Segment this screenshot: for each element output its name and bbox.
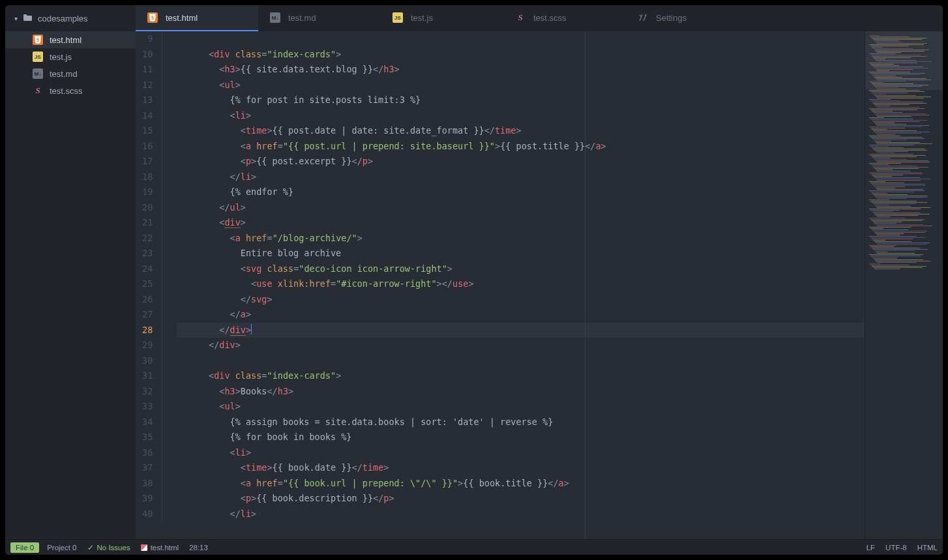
tab-Settings[interactable]: Settings	[626, 5, 748, 31]
minimap[interactable]	[865, 31, 943, 539]
top-bar: ▾ codesamples 5test.htmlM↓test.mdJStest.…	[5, 5, 943, 31]
code-line-24[interactable]: <svg class="deco-icon icon-arrow-right">	[177, 261, 865, 277]
tab-label: Settings	[656, 13, 687, 23]
code-line-17[interactable]: <p>{{ post.excerpt }}</p>	[177, 154, 865, 169]
body: 5test.htmlJStest.jsM↓test.mdStest.scss 9…	[5, 31, 943, 539]
status-eol[interactable]: LF	[861, 544, 880, 552]
md-icon: M↓	[270, 12, 280, 23]
tree-item-label: test.scss	[50, 86, 83, 96]
tree-item-label: test.md	[50, 69, 78, 79]
code-line-18[interactable]: </li>	[177, 169, 865, 185]
tab-test-js[interactable]: JStest.js	[381, 5, 503, 31]
svg-text:5: 5	[37, 38, 39, 42]
code-line-38[interactable]: <a href="{{ book.url | prepend: \"/\" }}…	[177, 476, 865, 492]
tree-root-label: codesamples	[38, 14, 88, 23]
js-icon: JS	[393, 12, 403, 23]
scss-icon: S	[33, 85, 43, 96]
code-line-26[interactable]: </svg>	[177, 292, 865, 308]
md-icon: M↓	[33, 68, 43, 79]
code-line-35[interactable]: {% for book in books %}	[177, 430, 865, 445]
tree-item-label: test.html	[50, 35, 81, 45]
code-line-22[interactable]: <a href="/blog-archive/">	[177, 231, 865, 246]
tree-item-test-js[interactable]: JStest.js	[5, 48, 136, 65]
code-line-12[interactable]: <ul>	[177, 78, 865, 93]
code-line-10[interactable]: <div class="index-cards">	[177, 47, 865, 63]
status-file-badge[interactable]: File 0	[10, 542, 39, 553]
status-lang[interactable]: HTML	[912, 544, 943, 552]
tab-test-scss[interactable]: Stest.scss	[503, 5, 626, 31]
code-line-37[interactable]: <time>{{ book.date }}</time>	[177, 460, 865, 476]
code-line-28[interactable]: </div>	[177, 323, 865, 338]
status-issues[interactable]: ✓ No Issues	[82, 543, 136, 552]
status-project[interactable]: Project 0	[42, 544, 81, 552]
editor[interactable]: 9101112131415161718192021222324252627282…	[136, 31, 943, 539]
code-line-27[interactable]: </a>	[177, 307, 865, 323]
scss-icon: S	[515, 12, 526, 23]
code-line-23[interactable]: Entire blog archive	[177, 246, 865, 261]
code-line-33[interactable]: <ul>	[177, 399, 865, 415]
tree-item-test-html[interactable]: 5test.html	[5, 31, 136, 48]
html-icon: 5	[147, 12, 158, 23]
tab-bar: 5test.htmlM↓test.mdJStest.jsStest.scssSe…	[136, 5, 943, 31]
tab-label: test.js	[411, 13, 433, 23]
svg-text:5: 5	[151, 16, 154, 20]
js-icon: JS	[33, 52, 43, 62]
code-line-16[interactable]: <a href="{{ post.url | prepend: site.bas…	[177, 139, 865, 155]
line-gutter: 9101112131415161718192021222324252627282…	[136, 31, 162, 539]
code-line-21[interactable]: <div>	[177, 215, 865, 231]
code-line-15[interactable]: <time>{{ post.date | date: site.date_for…	[177, 123, 865, 139]
code-line-14[interactable]: <li>	[177, 108, 865, 124]
check-icon: ✓	[87, 543, 94, 552]
chevron-down-icon: ▾	[14, 15, 18, 22]
tab-label: test.md	[288, 13, 316, 23]
code-line-39[interactable]: <p>{{ book.description }}</p>	[177, 491, 865, 507]
status-grammar[interactable]: test.html	[136, 544, 184, 552]
code-line-11[interactable]: <h3>{{ site.data.text.blog }}</h3>	[177, 62, 865, 78]
code-line-30[interactable]	[177, 353, 865, 369]
code-line-9[interactable]	[177, 31, 865, 47]
html-icon: 5	[33, 35, 43, 45]
code-line-40[interactable]: </li>	[177, 507, 865, 522]
status-encoding[interactable]: UTF-8	[880, 544, 912, 552]
status-cursor[interactable]: 28:13	[184, 544, 213, 552]
tree-item-label: test.js	[50, 52, 72, 62]
settings-icon	[638, 12, 648, 23]
tree-item-test-scss[interactable]: Stest.scss	[5, 82, 136, 99]
file-tree[interactable]: 5test.htmlJStest.jsM↓test.mdStest.scss	[5, 31, 136, 539]
code-line-32[interactable]: <h3>Books</h3>	[177, 384, 865, 400]
folder-icon	[23, 14, 33, 23]
tab-test-md[interactable]: M↓test.md	[258, 5, 381, 31]
code-line-25[interactable]: <use xlink:href="#icon-arrow-right"></us…	[177, 276, 865, 292]
code-line-36[interactable]: <li>	[177, 445, 865, 461]
code-line-29[interactable]: </div>	[177, 338, 865, 353]
grammar-icon	[141, 544, 147, 551]
tab-label: test.html	[166, 13, 198, 23]
code-line-19[interactable]: {% endfor %}	[177, 184, 865, 200]
tab-test-html[interactable]: 5test.html	[136, 5, 258, 31]
status-bar: File 0 Project 0 ✓ No Issues test.html 2…	[5, 539, 943, 555]
code-line-34[interactable]: {% assign books = site.data.books | sort…	[177, 415, 865, 430]
tab-label: test.scss	[533, 13, 567, 23]
code-line-31[interactable]: <div class="index-cards">	[177, 368, 865, 384]
code-area[interactable]: <div class="index-cards"> <h3>{{ site.da…	[162, 31, 865, 539]
tree-header[interactable]: ▾ codesamples	[5, 5, 136, 31]
code-line-13[interactable]: {% for post in site.posts limit:3 %}	[177, 93, 865, 108]
app-window: ▾ codesamples 5test.htmlM↓test.mdJStest.…	[5, 5, 943, 555]
tree-item-test-md[interactable]: M↓test.md	[5, 65, 136, 82]
code-line-20[interactable]: </ul>	[177, 200, 865, 216]
